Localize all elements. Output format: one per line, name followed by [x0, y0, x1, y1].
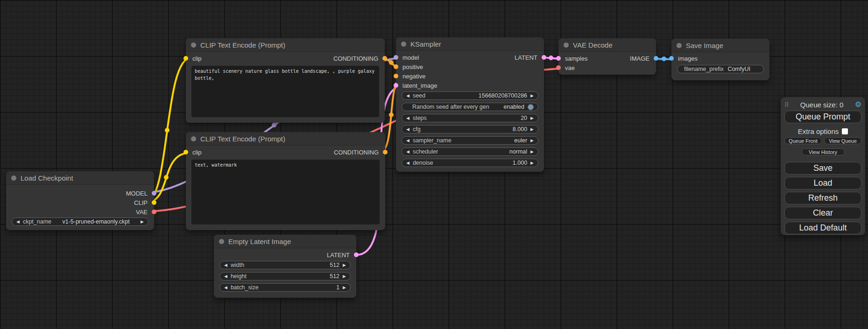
decrement-arrow-icon[interactable]: ◀ [406, 127, 409, 132]
node-clip-text-encode-positive[interactable]: CLIP Text Encode (Prompt) clip CONDITION… [186, 38, 385, 123]
node-title-bar[interactable]: CLIP Text Encode (Prompt) [186, 38, 385, 52]
collapse-dot-icon[interactable] [401, 42, 406, 47]
port-latent-output[interactable] [542, 55, 546, 60]
increment-arrow-icon[interactable]: ▶ [530, 139, 534, 143]
node-title-bar[interactable]: KSampler [396, 37, 544, 51]
widget-value: euler [514, 137, 527, 144]
decrement-arrow-icon[interactable]: ◀ [406, 150, 409, 154]
io-row-samples-image: samples IMAGE [558, 54, 656, 63]
toggle-knob[interactable] [528, 104, 534, 110]
increment-arrow-icon[interactable]: ▶ [343, 274, 346, 279]
collapse-dot-icon[interactable] [564, 42, 569, 48]
port-positive-input[interactable] [394, 64, 398, 69]
node-clip-text-encode-negative[interactable]: CLIP Text Encode (Prompt) clip CONDITION… [186, 132, 385, 230]
port-samples-input[interactable] [556, 56, 561, 61]
node-title-bar[interactable]: Load Checkpoint [6, 171, 154, 185]
refresh-button[interactable]: Refresh [784, 192, 861, 204]
node-title: Load Checkpoint [21, 174, 73, 182]
port-images-input[interactable] [669, 56, 674, 61]
widget-denoise[interactable]: ◀ denoise 1.000 ▶ [402, 159, 538, 167]
increment-arrow-icon[interactable]: ▶ [343, 286, 346, 290]
output-row-clip: CLIP [6, 198, 154, 207]
decrement-arrow-icon[interactable]: ◀ [406, 161, 409, 165]
queue-prompt-button[interactable]: Queue Prompt [784, 111, 861, 123]
prompt-text-input[interactable]: text, watermark [191, 160, 380, 224]
widget-width[interactable]: ◀ width 512 ▶ [219, 261, 351, 269]
decrement-arrow-icon[interactable]: ◀ [224, 263, 227, 267]
queue-front-button[interactable]: Queue Front [784, 137, 822, 144]
port-clip-output[interactable] [152, 200, 156, 205]
widget-scheduler[interactable]: ◀ scheduler normal ▶ [402, 147, 538, 156]
collapse-dot-icon[interactable] [191, 136, 196, 141]
node-title-bar[interactable]: Empty Latent Image [214, 235, 356, 248]
queue-size-label: Queue size: 0 [789, 101, 855, 109]
widget-height[interactable]: ◀ height 512 ▶ [219, 272, 351, 280]
increment-arrow-icon[interactable]: ▶ [530, 127, 534, 132]
decrement-arrow-icon[interactable]: ◀ [406, 139, 409, 143]
clear-button[interactable]: Clear [784, 207, 861, 219]
widget-batch-size[interactable]: ◀ batch_size 1 ▶ [219, 283, 351, 292]
widget-value: 512 [330, 273, 339, 280]
io-row-clip-conditioning: clip CONDITIONING [186, 147, 385, 157]
widget-cfg[interactable]: ◀ cfg 8.000 ▶ [402, 125, 538, 133]
view-history-button[interactable]: View History [802, 148, 845, 155]
port-clip-input[interactable] [183, 150, 188, 154]
increment-arrow-icon[interactable]: ▶ [530, 94, 534, 98]
port-negative-input[interactable] [394, 74, 398, 78]
node-load-checkpoint[interactable]: Load Checkpoint MODEL CLIP VAE ◀ ckpt_na… [6, 171, 154, 230]
widget-value: normal [509, 148, 527, 155]
port-clip-input[interactable] [183, 56, 188, 61]
prompt-text-input[interactable]: beautiful scenery nature glass bottle la… [191, 66, 379, 117]
collapse-dot-icon[interactable] [11, 175, 16, 181]
port-vae-input[interactable] [556, 65, 561, 70]
widget-steps[interactable]: ◀ steps 20 ▶ [402, 114, 538, 122]
decrement-arrow-icon[interactable]: ◀ [224, 274, 227, 279]
increment-arrow-icon[interactable]: ▶ [343, 263, 346, 267]
link-dot-image [662, 56, 666, 61]
node-ksampler[interactable]: KSampler model LATENT positive negative … [396, 37, 544, 172]
port-conditioning-output[interactable] [382, 56, 387, 61]
widget-label: width [231, 262, 244, 268]
widget-sampler-name[interactable]: ◀ sampler_name euler ▶ [402, 136, 538, 145]
save-button[interactable]: Save [784, 162, 861, 175]
increment-arrow-icon[interactable]: ▶ [530, 116, 534, 120]
increment-arrow-icon[interactable]: ▶ [141, 220, 144, 224]
widget-seed[interactable]: ◀ seed 156680208700286 ▶ [402, 91, 538, 100]
load-default-button[interactable]: Load Default [784, 222, 861, 234]
port-vae-output[interactable] [152, 210, 156, 214]
port-model-input[interactable] [394, 55, 398, 60]
extra-options-checkbox[interactable] [842, 128, 848, 134]
node-empty-latent-image[interactable]: Empty Latent Image LATENT ◀ width 512 ▶ … [214, 235, 356, 298]
increment-arrow-icon[interactable]: ▶ [530, 150, 534, 154]
widget-random-seed-toggle[interactable]: Random seed after every gen enabled [402, 103, 538, 111]
collapse-dot-icon[interactable] [677, 43, 682, 48]
settings-gear-icon[interactable]: ⚙ [855, 101, 861, 108]
decrement-arrow-icon[interactable]: ◀ [16, 220, 20, 224]
drag-handle-icon[interactable]: ⠿ [784, 102, 789, 108]
port-image-output[interactable] [654, 56, 658, 61]
widget-value: 8.000 [513, 126, 527, 133]
collapse-dot-icon[interactable] [219, 239, 224, 244]
port-model-output[interactable] [152, 191, 156, 196]
node-title-bar[interactable]: Save Image [671, 39, 769, 52]
node-title-bar[interactable]: CLIP Text Encode (Prompt) [186, 132, 385, 146]
node-graph-canvas[interactable]: Load Checkpoint MODEL CLIP VAE ◀ ckpt_na… [0, 0, 868, 329]
port-latent-image-input[interactable] [394, 83, 398, 88]
decrement-arrow-icon[interactable]: ◀ [406, 94, 409, 98]
widget-ckpt-name[interactable]: ◀ ckpt_name v1-5-pruned-emaonly.ckpt ▶ [12, 217, 148, 226]
widget-filename-prefix[interactable]: filename_prefix ComfyUI [677, 65, 764, 73]
decrement-arrow-icon[interactable]: ◀ [406, 116, 409, 120]
node-vae-decode[interactable]: VAE Decode samples IMAGE vae [558, 38, 656, 75]
output-row-latent: LATENT [214, 250, 356, 259]
increment-arrow-icon[interactable]: ▶ [530, 161, 534, 165]
widget-value: 1 [336, 284, 339, 291]
load-button[interactable]: Load [784, 177, 861, 189]
widget-value: 512 [330, 262, 339, 268]
node-title-bar[interactable]: VAE Decode [558, 38, 656, 52]
node-save-image[interactable]: Save Image images filename_prefix ComfyU… [671, 39, 769, 80]
collapse-dot-icon[interactable] [191, 42, 196, 48]
port-conditioning-output[interactable] [383, 150, 388, 154]
decrement-arrow-icon[interactable]: ◀ [224, 286, 227, 290]
port-latent-output[interactable] [354, 252, 359, 257]
view-queue-button[interactable]: View Queue [824, 137, 861, 144]
